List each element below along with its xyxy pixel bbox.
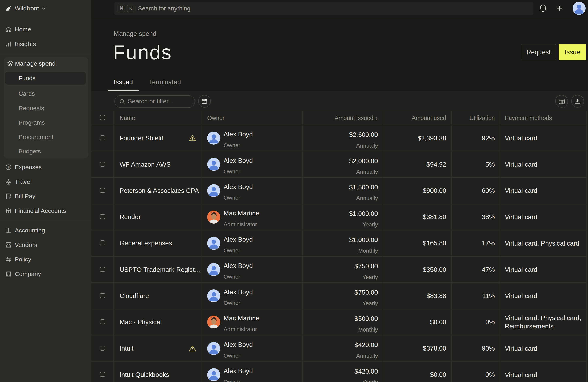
svg-text:$: $ bbox=[8, 210, 9, 213]
svg-text:$: $ bbox=[9, 195, 11, 199]
svg-text:$: $ bbox=[7, 165, 9, 169]
